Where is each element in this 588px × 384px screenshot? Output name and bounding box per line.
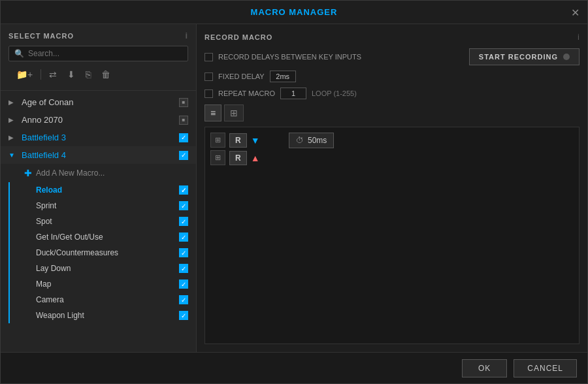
chevron-icon: ▶: [8, 99, 16, 106]
map-checkbox[interactable]: [179, 280, 188, 289]
macro-item-weapon-light[interactable]: Weapon Light: [8, 308, 196, 323]
share-button[interactable]: ⇄: [46, 68, 59, 81]
record-delays-checkbox[interactable]: [204, 53, 213, 61]
macro-item-duck[interactable]: Duck/Countermeasures: [8, 245, 196, 261]
macro-list: ▶ Age of Conan ▶ Anno 2070 ▶ Battlefield…: [1, 91, 196, 352]
fixed-delay-input[interactable]: [270, 71, 296, 82]
select-macro-title: SELECT MACRO i: [8, 31, 188, 40]
repeat-macro-checkbox[interactable]: [204, 89, 213, 98]
bottom-bar: OK CANCEL: [1, 352, 587, 383]
macro-item-spot[interactable]: Spot: [8, 214, 196, 229]
macro-item-camera[interactable]: Camera: [8, 292, 196, 308]
controls-row-1: RECORD DELAYS BETWEEN KEY INPUTS START R…: [204, 48, 580, 65]
game-item-anno-2070[interactable]: ▶ Anno 2070: [1, 111, 196, 129]
macro-editor: ⊞ R ▼ ⏱ 50ms ⊞ R ▲: [204, 127, 580, 344]
game-item-battlefield-3[interactable]: ▶ Battlefield 3: [1, 129, 196, 146]
spot-checkbox[interactable]: [179, 217, 188, 226]
view-controls: ≡ ⊞: [204, 104, 580, 121]
key-grid-icon-1[interactable]: ⊞: [210, 150, 225, 165]
main-content: SELECT MACRO i 🔍 📁+ ⇄ ⬇ ⎘ 🗑: [1, 24, 587, 352]
controls-row-3: REPEAT MACRO LOOP (1-255): [204, 88, 580, 99]
chevron-icon: ▶: [8, 116, 16, 123]
key-label-0: R: [229, 133, 247, 148]
record-macro-title: RECORD MACRO: [204, 33, 272, 41]
chevron-down-icon: ▼: [8, 152, 16, 159]
macro-row-1: ⊞ R ▲: [210, 150, 574, 165]
ok-button[interactable]: OK: [462, 359, 507, 377]
close-button[interactable]: ✕: [571, 6, 580, 18]
reload-checkbox[interactable]: [179, 185, 188, 195]
download-button[interactable]: ⬇: [65, 68, 78, 81]
right-header: RECORD MACRO i: [204, 32, 580, 42]
macro-row-0: ⊞ R ▼ ⏱ 50ms: [210, 133, 574, 148]
search-box: 🔍: [8, 46, 188, 61]
delete-button[interactable]: 🗑: [99, 68, 113, 81]
lay-down-checkbox[interactable]: [179, 264, 188, 273]
right-info-icon[interactable]: i: [578, 32, 580, 42]
game-item-battlefield-4[interactable]: ▼ Battlefield 4: [1, 146, 196, 164]
chevron-icon: ▶: [8, 134, 16, 141]
macro-item-lay-down[interactable]: Lay Down: [8, 261, 196, 276]
anno-2070-checkbox[interactable]: [179, 116, 188, 125]
grid-view-button[interactable]: ⊞: [224, 104, 244, 121]
fixed-delay-checkbox[interactable]: [204, 72, 213, 81]
record-delays-control: RECORD DELAYS BETWEEN KEY INPUTS: [204, 53, 361, 61]
start-recording-button[interactable]: START RECORDING: [469, 48, 580, 65]
key-label-1: R: [229, 151, 247, 165]
battlefield-3-checkbox[interactable]: [179, 133, 188, 142]
add-macro-button[interactable]: ✚ Add A New Macro...: [1, 164, 196, 182]
macro-toolbar: 📁+ ⇄ ⬇ ⎘ 🗑: [8, 65, 188, 86]
weapon-light-checkbox[interactable]: [179, 311, 188, 320]
add-icon: ✚: [24, 168, 32, 178]
macro-item-sprint[interactable]: Sprint: [8, 198, 196, 214]
cancel-button[interactable]: CANCEL: [514, 359, 577, 377]
left-panel-header: SELECT MACRO i 🔍 📁+ ⇄ ⬇ ⎘ 🗑: [1, 24, 196, 91]
repeat-macro-control: REPEAT MACRO LOOP (1-255): [204, 88, 357, 99]
age-of-conan-checkbox[interactable]: [179, 98, 188, 107]
rec-dot: [563, 54, 570, 60]
battlefield-4-checkbox[interactable]: [179, 151, 188, 160]
list-view-button[interactable]: ≡: [204, 104, 221, 121]
toolbar-separator: [41, 69, 41, 80]
search-input[interactable]: [28, 49, 182, 58]
macro-manager-dialog: MACRO MANAGER ✕ SELECT MACRO i 🔍 📁+ ⇄ ⬇: [0, 0, 588, 384]
get-in-checkbox[interactable]: [179, 232, 188, 242]
macro-item-get-in[interactable]: Get In/Get Out/Use: [8, 229, 196, 245]
arrow-down-icon: ▼: [251, 135, 260, 146]
search-icon: 🔍: [14, 49, 24, 58]
key-grid-icon-0[interactable]: ⊞: [210, 133, 225, 148]
delay-tooltip: ⏱ 50ms: [289, 133, 334, 148]
arrow-up-icon: ▲: [251, 153, 260, 163]
controls-row-2: FIXED DELAY: [204, 71, 580, 82]
copy-button[interactable]: ⎘: [83, 68, 93, 81]
right-panel: RECORD MACRO i RECORD DELAYS BETWEEN KEY…: [197, 24, 587, 352]
duck-checkbox[interactable]: [179, 248, 188, 257]
sprint-checkbox[interactable]: [179, 201, 188, 210]
camera-checkbox[interactable]: [179, 295, 188, 304]
macro-item-reload[interactable]: Reload: [8, 182, 196, 198]
left-info-icon[interactable]: i: [185, 31, 188, 40]
dialog-title: MACRO MANAGER: [251, 7, 338, 17]
fixed-delay-control: FIXED DELAY: [204, 71, 296, 82]
clock-icon: ⏱: [296, 136, 304, 145]
left-panel: SELECT MACRO i 🔍 📁+ ⇄ ⬇ ⎘ 🗑: [1, 24, 197, 352]
new-folder-button[interactable]: 📁+: [14, 68, 35, 81]
macro-item-map[interactable]: Map: [8, 276, 196, 292]
game-item-age-of-conan[interactable]: ▶ Age of Conan: [1, 93, 196, 111]
title-bar: MACRO MANAGER ✕: [1, 1, 587, 24]
repeat-macro-input[interactable]: [280, 88, 306, 99]
